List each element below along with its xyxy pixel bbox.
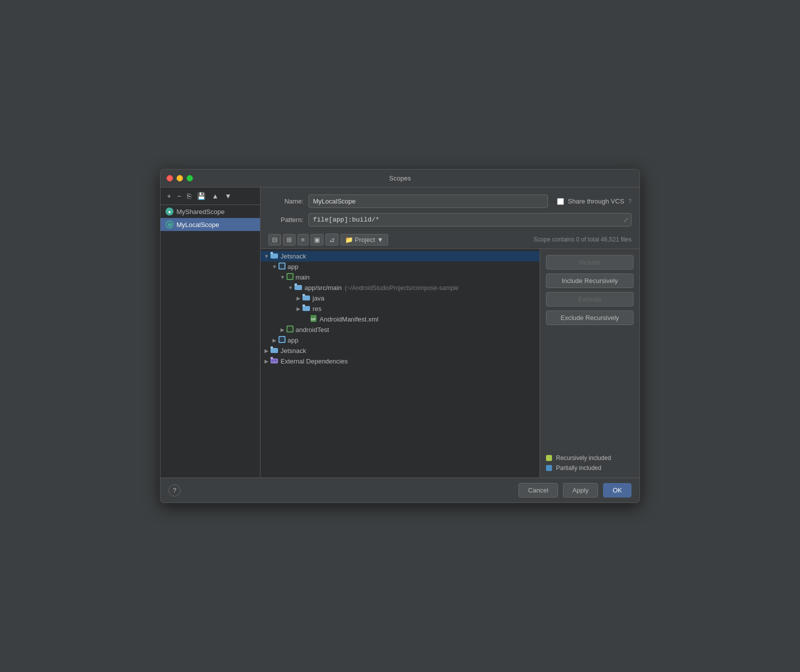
tree-label-res: res: [312, 305, 322, 312]
name-label: Name:: [268, 198, 304, 205]
tree-node-res[interactable]: ▶ res: [260, 304, 540, 314]
tree-node-app-1[interactable]: ▼ app: [260, 262, 540, 272]
tree-arrow-app-1: ▼: [270, 264, 278, 270]
module-icon-app-1: [278, 262, 286, 271]
folder-icon-app-src-main: [294, 284, 302, 292]
move-up-button[interactable]: ▲: [209, 190, 221, 202]
exclude-button[interactable]: Exclude: [546, 292, 634, 306]
legend-partially-included-color: [546, 465, 552, 471]
folder-icon-java: [302, 294, 310, 302]
exclude-recursively-button[interactable]: Exclude Recursively: [546, 310, 634, 325]
show-included-button[interactable]: ▣: [310, 234, 324, 246]
main-content: Name: Share through VCS ? Pattern: ⤢: [260, 188, 640, 478]
pattern-label: Pattern:: [268, 216, 304, 224]
tree-arrow-java: ▶: [294, 296, 302, 301]
sidebar-item-my-local-scope[interactable]: MyLocalScope: [160, 218, 260, 231]
cancel-button[interactable]: Cancel: [518, 483, 558, 498]
legend-recursively-included-label: Recursively included: [556, 454, 611, 462]
tree-label-app-2: app: [288, 336, 298, 344]
tree-arrow-app-2: ▶: [270, 338, 278, 343]
tree-node-external-deps[interactable]: ▶ External Dependencies: [260, 356, 540, 366]
vcs-row: Share through VCS ?: [557, 198, 632, 205]
name-row: Name: Share through VCS ?: [268, 194, 632, 208]
close-button[interactable]: [166, 175, 173, 182]
project-dropdown[interactable]: 📁 Project ▼: [340, 234, 388, 246]
legend-area: Recursively included Partially included: [546, 454, 634, 472]
legend-recursively-included-color: [546, 455, 552, 461]
sidebar-item-label: MySharedScope: [176, 208, 224, 216]
pattern-expand-button[interactable]: ⤢: [624, 216, 628, 224]
file-icon-android-manifest: MF: [310, 315, 318, 324]
remove-scope-button[interactable]: −: [174, 190, 184, 202]
legend-partially-included-label: Partially included: [556, 464, 602, 472]
tree-label-jetsnack-root: Jetsnack: [280, 252, 306, 260]
svg-rect-16: [288, 326, 292, 332]
file-tree: ▼ Jetsnack ▼ app: [260, 249, 540, 478]
name-input[interactable]: [308, 194, 548, 208]
tree-node-android-test[interactable]: ▶ androidTest: [260, 324, 540, 335]
tree-node-app-src-main[interactable]: ▼ app/src/main (~/AndroidStudioProjects/…: [260, 282, 540, 293]
tree-toolbar: ⊟ ⊞ ≡ ▣ ⊿ 📁 Project ▼ Scope contains 0 o…: [260, 230, 640, 249]
svg-rect-8: [294, 284, 297, 286]
tree-arrow-res: ▶: [294, 306, 302, 312]
source-icon-main: [286, 273, 294, 282]
legend-partially-included: Partially included: [546, 464, 634, 472]
legend-recursively-included: Recursively included: [546, 454, 634, 462]
bottom-bar: ? Cancel Apply OK: [160, 478, 640, 502]
tree-label-android-test: androidTest: [296, 326, 329, 334]
maximize-button[interactable]: [186, 175, 193, 182]
tree-node-main[interactable]: ▼ main: [260, 272, 540, 282]
source-icon-android-test: [286, 326, 294, 334]
pattern-input[interactable]: [308, 213, 632, 226]
svg-rect-20: [270, 346, 273, 348]
filter-button[interactable]: ⊿: [326, 234, 338, 246]
tree-node-jetsnack-2[interactable]: ▶ Jetsnack: [260, 346, 540, 356]
add-scope-button[interactable]: +: [164, 190, 174, 202]
dialog-title: Scopes: [389, 174, 410, 182]
form-area: Name: Share through VCS ? Pattern: ⤢: [260, 188, 640, 230]
move-down-button[interactable]: ▼: [222, 190, 234, 202]
svg-rect-7: [294, 285, 302, 290]
tree-arrow-android-test: ▶: [278, 327, 286, 332]
apply-button[interactable]: Apply: [563, 483, 598, 498]
help-button[interactable]: ?: [168, 484, 180, 496]
project-dropdown-label: Project: [355, 236, 375, 244]
tree-label-jetsnack-2: Jetsnack: [280, 347, 306, 354]
svg-text:MF: MF: [311, 318, 316, 321]
folder-icon-res: [302, 304, 310, 313]
title-bar: Scopes: [160, 170, 640, 188]
include-button[interactable]: Include: [546, 255, 634, 270]
include-recursively-button[interactable]: Include Recursively: [546, 274, 634, 288]
tree-node-jetsnack-root[interactable]: ▼ Jetsnack: [260, 251, 540, 262]
ok-button[interactable]: OK: [603, 483, 632, 498]
local-scope-icon: [166, 220, 174, 228]
vcs-label: Share through VCS: [568, 198, 624, 205]
tree-node-app-2[interactable]: ▶ app: [260, 335, 540, 346]
content-area: ▼ Jetsnack ▼ app: [260, 249, 640, 478]
folder-icon-jetsnack-root: [270, 252, 278, 260]
svg-rect-9: [302, 296, 310, 300]
flatten-button[interactable]: ≡: [298, 234, 308, 246]
svg-rect-22: [270, 357, 273, 359]
expand-all-button[interactable]: ⊞: [283, 234, 296, 246]
svg-rect-4: [280, 264, 284, 268]
tree-node-java[interactable]: ▶ java: [260, 293, 540, 304]
sidebar-item-my-shared-scope[interactable]: ● MySharedScope: [160, 205, 260, 218]
pattern-row: Pattern: ⤢: [268, 213, 632, 226]
save-scope-button[interactable]: 💾: [194, 190, 208, 202]
tree-sublabel-app-src-main: (~/AndroidStudioProjects/compose-sample: [344, 284, 458, 292]
tree-node-android-manifest[interactable]: ▶ MF AndroidManifest.xml: [260, 314, 540, 324]
collapse-all-button[interactable]: ⊟: [268, 234, 281, 246]
minimize-button[interactable]: [176, 175, 183, 182]
tree-arrow-jetsnack-2: ▶: [262, 348, 270, 354]
folder-icon-external-deps: [270, 357, 278, 366]
svg-rect-12: [302, 304, 305, 306]
dialog-body: + − ⎘ 💾 ▲ ▼ ● MySharedScope MyLocalScope: [160, 188, 640, 478]
copy-scope-button[interactable]: ⎘: [184, 190, 194, 202]
folder-icon-jetsnack-2: [270, 346, 278, 355]
scope-info: Scope contains 0 of total 46,521 files: [534, 236, 632, 243]
shared-scope-icon: ●: [166, 208, 174, 216]
project-dropdown-folder-icon: 📁: [345, 236, 353, 244]
vcs-help-icon[interactable]: ?: [628, 198, 632, 205]
vcs-checkbox[interactable]: [557, 198, 564, 205]
